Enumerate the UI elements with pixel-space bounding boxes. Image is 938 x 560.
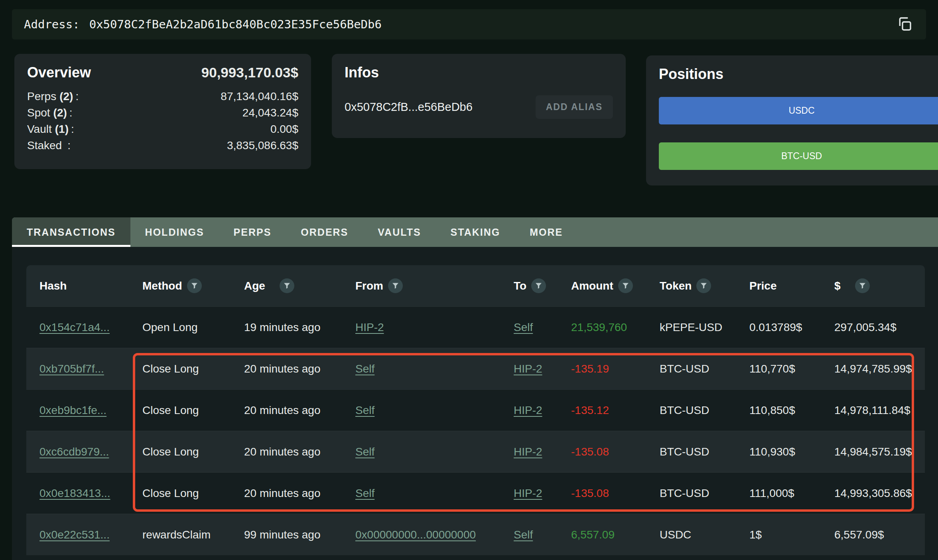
overview-title: Overview [27, 64, 91, 81]
token-cell: BTC-USD [660, 363, 749, 375]
method-cell: Close Long [142, 404, 244, 417]
amount-cell: -135.08 [571, 487, 660, 500]
overview-row-label: Perps(2): [27, 88, 79, 105]
to-link[interactable]: HIP-2 [514, 487, 542, 499]
col-amount: Amount [571, 278, 660, 293]
method-cell: Open Long [142, 321, 244, 334]
hash-link[interactable]: 0xb705bf7f... [39, 363, 104, 375]
col-label: Age [244, 280, 265, 292]
hash-link[interactable]: 0x154c71a4... [39, 321, 110, 333]
usd-cell: 297,005.34$ [834, 321, 925, 334]
table-row: 0x154c71a4... Open Long 19 minutes ago H… [26, 306, 925, 348]
transactions-table: Hash Method Age From To Amount Token Pri… [26, 265, 925, 555]
address-value: 0x5078C2fBeA2b2aD61bc840Bc023E35Fce56BeD… [89, 18, 382, 31]
positions-title: Positions [659, 66, 938, 83]
col-token: Token [660, 278, 749, 293]
col-to: To [514, 278, 571, 293]
overview-card: Overview 90,993,170.03$ Perps(2): 87,134… [14, 54, 311, 169]
method-cell: Close Long [142, 487, 244, 500]
hash-link[interactable]: 0xeb9bc1fe... [39, 404, 106, 416]
overview-row-value: 3,835,086.63$ [227, 137, 298, 154]
table-row: 0xb705bf7f... Close Long 20 minutes ago … [26, 348, 925, 389]
token-cell: BTC-USD [660, 487, 749, 500]
tab-holdings[interactable]: HOLDINGS [130, 217, 219, 247]
from-link[interactable]: Self [355, 404, 374, 416]
table-row: 0x0e22c531... rewardsClaim 99 minutes ag… [26, 514, 925, 555]
usd-cell: 14,984,575.19$ [834, 446, 925, 458]
col-label: Token [660, 280, 692, 292]
tab-transactions[interactable]: TRANSACTIONS [12, 217, 130, 247]
filter-icon[interactable] [855, 278, 870, 293]
amount-cell: -135.12 [571, 404, 660, 417]
amount-cell: -135.08 [571, 446, 660, 458]
col-age: Age [244, 278, 355, 293]
col-usd: $ [834, 278, 925, 293]
copy-address-button[interactable] [895, 15, 914, 34]
col-from: From [355, 278, 514, 293]
usd-cell: 14,978,111.84$ [834, 404, 925, 417]
token-cell: USDC [660, 528, 749, 541]
to-link[interactable]: HIP-2 [514, 404, 542, 416]
from-link[interactable]: Self [355, 487, 374, 499]
hash-link[interactable]: 0x0e183413... [39, 487, 110, 499]
overview-row-spot: Spot(2): 24,043.24$ [27, 105, 298, 121]
price-cell: 0.013789$ [749, 321, 834, 334]
tab-orders[interactable]: ORDERS [286, 217, 363, 247]
filter-icon[interactable] [618, 278, 633, 293]
address-label: Address: [24, 18, 80, 31]
position-bar-usdc[interactable]: USDC [659, 97, 938, 124]
amount-cell: 6,557.09 [571, 528, 660, 541]
filter-icon[interactable] [280, 278, 294, 293]
table-row: 0xc6cdb979... Close Long 20 minutes ago … [26, 431, 925, 472]
filter-icon[interactable] [388, 278, 403, 293]
tab-perps[interactable]: PERPS [219, 217, 286, 247]
col-label: From [355, 280, 383, 292]
to-link[interactable]: HIP-2 [514, 446, 542, 458]
col-label: Amount [571, 280, 613, 292]
filter-icon[interactable] [531, 278, 546, 293]
hash-link[interactable]: 0xc6cdb979... [39, 446, 109, 458]
table-header: Hash Method Age From To Amount Token Pri… [26, 265, 925, 306]
overview-row-vault: Vault(1): 0.00$ [27, 121, 298, 137]
to-link[interactable]: HIP-2 [514, 363, 542, 375]
from-link[interactable]: HIP-2 [355, 321, 384, 333]
filter-icon[interactable] [696, 278, 711, 293]
to-link[interactable]: Self [514, 321, 533, 333]
age-cell: 20 minutes ago [244, 487, 355, 500]
overview-row-value: 24,043.24$ [242, 105, 298, 121]
from-link[interactable]: Self [355, 363, 374, 375]
to-link[interactable]: Self [514, 528, 533, 541]
col-label: Price [749, 280, 777, 292]
overview-row-label: Staked: [27, 137, 71, 154]
overview-row-perps: Perps(2): 87,134,040.16$ [27, 88, 298, 105]
col-price: Price [749, 280, 834, 292]
tab-staking[interactable]: STAKING [436, 217, 515, 247]
from-link[interactable]: Self [355, 446, 374, 458]
short-address: 0x5078C2fB...e56BeDb6 [345, 101, 473, 114]
usd-cell: 14,993,305.86$ [834, 487, 925, 500]
add-alias-button[interactable]: ADD ALIAS [536, 95, 613, 119]
overview-row-label: Spot(2): [27, 105, 73, 121]
from-link[interactable]: 0x00000000...00000000 [355, 528, 476, 541]
age-cell: 99 minutes ago [244, 528, 355, 541]
col-label: Hash [39, 280, 67, 292]
filter-icon[interactable] [187, 278, 202, 293]
tab-vaults[interactable]: VAULTS [363, 217, 436, 247]
amount-cell: -135.19 [571, 363, 660, 375]
token-cell: BTC-USD [660, 404, 749, 417]
hash-link[interactable]: 0x0e22c531... [39, 528, 110, 541]
price-cell: 1$ [749, 528, 834, 541]
token-cell: kPEPE-USD [660, 321, 749, 334]
address-bar: Address: 0x5078C2fBeA2b2aD61bc840Bc023E3… [12, 9, 926, 39]
price-cell: 110,930$ [749, 446, 834, 458]
col-label: Method [142, 280, 182, 292]
table-body: 0x154c71a4... Open Long 19 minutes ago H… [26, 306, 925, 555]
col-label: $ [834, 280, 841, 292]
position-bar-btc-usd[interactable]: BTC-USD [659, 142, 938, 170]
method-cell: Close Long [142, 446, 244, 458]
tab-more[interactable]: MORE [515, 217, 577, 247]
price-cell: 110,770$ [749, 363, 834, 375]
price-cell: 110,850$ [749, 404, 834, 417]
age-cell: 20 minutes ago [244, 404, 355, 417]
price-cell: 111,000$ [749, 487, 834, 500]
